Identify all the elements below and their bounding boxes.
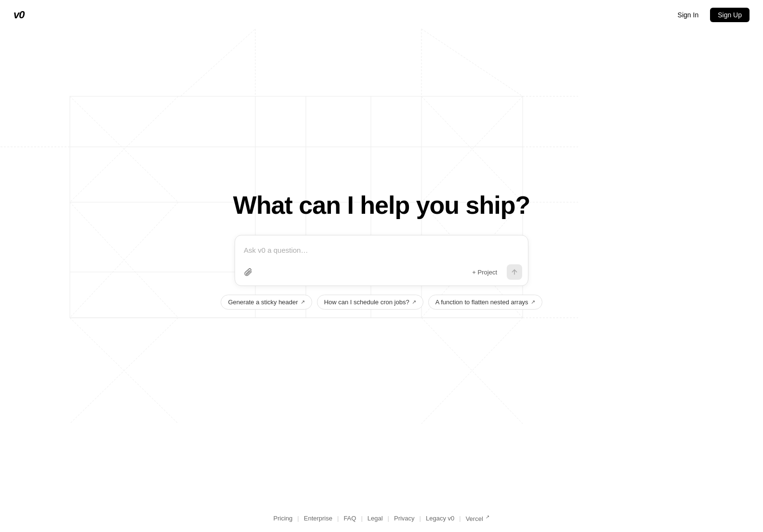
footer-link-vercel[interactable]: Vercel ↗: [461, 514, 495, 522]
footer-link-faq[interactable]: FAQ: [339, 515, 361, 522]
paperclip-icon: [244, 268, 252, 276]
footer-link-privacy[interactable]: Privacy: [389, 515, 420, 522]
search-input-area: [235, 235, 528, 260]
external-link-icon: ↗: [486, 514, 489, 519]
header: v0 Sign In Sign Up: [0, 0, 763, 30]
footer-link-legal[interactable]: Legal: [363, 515, 388, 522]
sign-up-button[interactable]: Sign Up: [710, 8, 750, 22]
footer-link-enterprise[interactable]: Enterprise: [299, 515, 337, 522]
footer-link-pricing[interactable]: Pricing: [269, 515, 298, 522]
toolbar-right: + Project: [467, 264, 522, 280]
suggestion-label-1: How can I schedule cron jobs?: [324, 298, 409, 306]
footer-link-legacy[interactable]: Legacy v0: [421, 515, 459, 522]
hero-title: What can I help you ship?: [233, 191, 530, 220]
submit-button[interactable]: [507, 264, 522, 280]
footer: Pricing | Enterprise | FAQ | Legal | Pri…: [0, 505, 763, 532]
suggestion-chip-2[interactable]: A function to flatten nested arrays ↗: [428, 295, 542, 310]
search-box: + Project: [235, 235, 528, 286]
search-toolbar: + Project: [235, 260, 528, 285]
logo[interactable]: v0: [13, 9, 24, 21]
sign-in-button[interactable]: Sign In: [671, 8, 706, 22]
suggestion-label-2: A function to flatten nested arrays: [435, 298, 528, 306]
suggestion-chip-1[interactable]: How can I schedule cron jobs? ↗: [317, 295, 423, 310]
attach-button[interactable]: [242, 266, 254, 278]
suggestions: Generate a sticky header ↗ How can I sch…: [221, 295, 542, 310]
arrow-up-icon: [511, 268, 518, 276]
project-button[interactable]: + Project: [467, 266, 502, 278]
suggestion-chip-0[interactable]: Generate a sticky header ↗: [221, 295, 312, 310]
suggestion-arrow-0: ↗: [301, 299, 305, 305]
suggestion-arrow-1: ↗: [412, 299, 416, 305]
header-actions: Sign In Sign Up: [671, 8, 750, 22]
search-input[interactable]: [244, 243, 519, 257]
suggestion-arrow-2: ↗: [531, 299, 535, 305]
suggestion-label-0: Generate a sticky header: [228, 298, 298, 306]
toolbar-left: [242, 266, 254, 278]
main-content: What can I help you ship? + Project: [0, 30, 763, 499]
